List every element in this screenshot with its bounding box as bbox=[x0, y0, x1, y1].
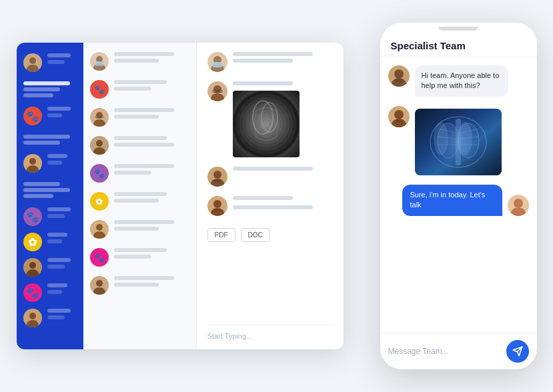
chat-list-item-6[interactable]: ✿ bbox=[90, 192, 189, 211]
svg-line-69 bbox=[461, 137, 479, 139]
desktop-sidebar: 🐾 bbox=[17, 43, 83, 349]
svg-rect-64 bbox=[456, 119, 461, 165]
sidebar-item-text-2 bbox=[47, 107, 77, 117]
sidebar-avatar-item-4[interactable] bbox=[23, 309, 77, 327]
phone-xray-image bbox=[415, 109, 502, 175]
chat-list-text-4 bbox=[114, 136, 189, 147]
desktop-msg-content-2 bbox=[233, 81, 300, 157]
svg-rect-71 bbox=[415, 109, 502, 175]
chat-list-text-6 bbox=[114, 192, 189, 203]
chat-list-item-2[interactable]: 🐾 bbox=[90, 80, 189, 99]
svg-point-42 bbox=[253, 101, 273, 134]
svg-rect-15 bbox=[95, 61, 104, 66]
phone-avatar-2 bbox=[388, 106, 410, 127]
chat-list-item-7[interactable] bbox=[90, 220, 189, 239]
chat-list-icon-8: 🐾 bbox=[90, 248, 109, 267]
sidebar-icon-yellow: ✿ bbox=[23, 233, 42, 251]
chat-list-item-4[interactable] bbox=[90, 136, 189, 155]
chat-list-text-3 bbox=[114, 108, 189, 119]
chat-list-text-5 bbox=[114, 164, 189, 175]
desktop-doc-buttons: PDF DOC bbox=[207, 228, 333, 242]
phone-input-placeholder: Message Team... bbox=[388, 347, 449, 356]
phone-mockup: Specialist Team Hi team. Anyone able to … bbox=[380, 23, 537, 369]
desktop-input-placeholder: Start Typing... bbox=[207, 332, 253, 340]
svg-rect-59 bbox=[395, 119, 403, 123]
sidebar-avatar-item[interactable] bbox=[23, 53, 77, 72]
desktop-msg-content-4 bbox=[233, 196, 313, 209]
chat-list-item-9[interactable] bbox=[90, 276, 189, 295]
chat-list-text-2 bbox=[114, 80, 189, 91]
svg-point-73 bbox=[514, 199, 523, 208]
svg-point-17 bbox=[96, 112, 103, 119]
chat-list-avatar-9 bbox=[90, 276, 109, 295]
svg-point-10 bbox=[29, 313, 36, 319]
svg-rect-34 bbox=[212, 62, 223, 67]
svg-rect-55 bbox=[395, 79, 403, 82]
desktop-msg-content-1 bbox=[233, 52, 313, 63]
chat-list-avatar-1 bbox=[90, 52, 109, 71]
sidebar-avatar-4 bbox=[23, 309, 42, 327]
desktop-main-chat: PDF DOC Start Typing... bbox=[197, 43, 344, 349]
sidebar-icon-item-1[interactable]: 🐾 bbox=[23, 107, 77, 125]
chat-list-item-5[interactable]: 🐾 bbox=[90, 164, 189, 183]
chat-list-avatar-4 bbox=[90, 136, 109, 155]
sidebar-item-text-6 bbox=[47, 258, 77, 269]
svg-point-1 bbox=[29, 57, 36, 64]
chat-list-item-1[interactable] bbox=[90, 52, 189, 71]
desktop-msg-avatar-1 bbox=[207, 52, 227, 72]
desktop-msg-avatar-4 bbox=[207, 196, 227, 216]
desktop-chat-list: 🐾 bbox=[83, 43, 197, 349]
sidebar-item-text-3 bbox=[47, 154, 77, 165]
sidebar-icon-pink: 🐾 bbox=[23, 283, 42, 302]
sidebar-icon-purple: 🐾 bbox=[23, 207, 42, 226]
doc-button[interactable]: DOC bbox=[241, 228, 270, 242]
sidebar-avatar-1 bbox=[23, 53, 42, 72]
svg-rect-47 bbox=[213, 179, 221, 182]
phone-avatar-sent bbox=[508, 195, 529, 216]
phone-bubble-sent: Sure, i'm in today. Let's talk bbox=[402, 185, 502, 216]
desktop-msg-avatar-2 bbox=[207, 81, 227, 101]
chat-list-item-3[interactable] bbox=[90, 108, 189, 127]
phone-avatar-1 bbox=[388, 65, 410, 87]
sidebar-avatar-item-3[interactable] bbox=[23, 258, 77, 277]
svg-point-23 bbox=[96, 140, 103, 147]
chat-list-avatar-7 bbox=[90, 220, 109, 239]
sidebar-nav-group-2 bbox=[23, 132, 77, 147]
phone-send-button[interactable] bbox=[506, 340, 529, 363]
phone-title: Specialist Team bbox=[391, 40, 526, 51]
chat-list-text-8 bbox=[114, 248, 189, 259]
desktop-chat-input[interactable]: Start Typing... bbox=[207, 325, 333, 340]
svg-rect-51 bbox=[213, 209, 221, 211]
desktop-msg-avatar-3 bbox=[207, 167, 227, 187]
desktop-mockup: 🐾 bbox=[17, 43, 344, 349]
sidebar-icon-item-2[interactable]: 🐾 bbox=[23, 207, 77, 226]
svg-point-7 bbox=[29, 262, 36, 269]
pdf-button[interactable]: PDF bbox=[207, 228, 235, 242]
phone-bubble-1: Hi team. Anyone able to help me with thi… bbox=[415, 65, 508, 97]
svg-point-45 bbox=[213, 171, 221, 179]
svg-line-66 bbox=[438, 137, 456, 139]
sidebar-icon-item-3[interactable]: ✿ bbox=[23, 233, 77, 251]
desktop-msg-content-3 bbox=[233, 167, 313, 171]
svg-point-41 bbox=[233, 91, 300, 157]
phone-input-area[interactable]: Message Team... bbox=[380, 333, 537, 369]
scene: 🐾 bbox=[17, 23, 537, 369]
chat-list-item-8[interactable]: 🐾 bbox=[90, 248, 189, 267]
sidebar-icon-item-4[interactable]: 🐾 bbox=[23, 283, 77, 302]
sidebar-nav-group-1 bbox=[23, 79, 77, 100]
sidebar-item-text-5 bbox=[47, 233, 77, 243]
sidebar-avatar-item-2[interactable] bbox=[23, 154, 77, 173]
sidebar-item-text-4 bbox=[47, 207, 77, 218]
phone-notch bbox=[438, 27, 478, 31]
desktop-message-4 bbox=[207, 196, 333, 216]
chat-list-icon-6: ✿ bbox=[90, 192, 109, 211]
svg-point-29 bbox=[96, 280, 103, 287]
desktop-message-1 bbox=[207, 52, 333, 72]
svg-point-57 bbox=[394, 110, 404, 119]
sidebar-nav-group-3 bbox=[23, 179, 77, 201]
desktop-message-3 bbox=[207, 167, 333, 187]
svg-point-49 bbox=[213, 200, 221, 208]
phone-xray-container bbox=[415, 106, 502, 175]
chat-list-text-7 bbox=[114, 220, 189, 231]
sidebar-item-text-7 bbox=[47, 283, 77, 294]
